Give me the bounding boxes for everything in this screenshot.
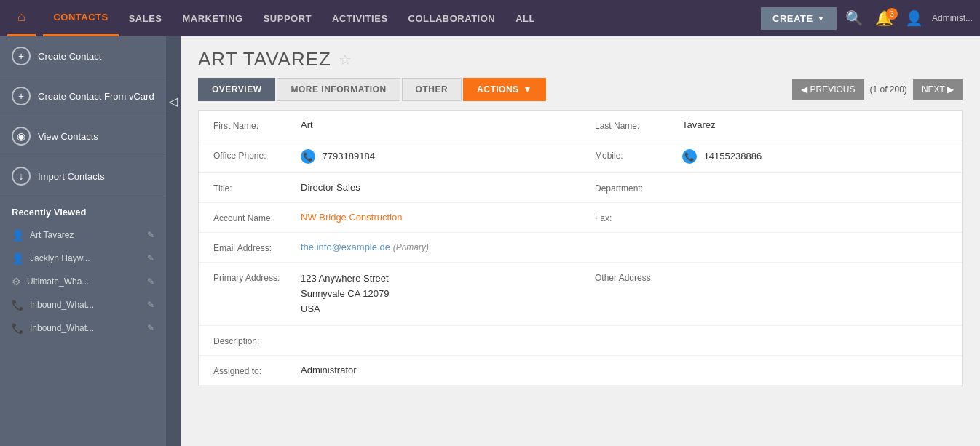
contact-name: ART TAVAREZ (198, 48, 331, 71)
mobile-field: Mobile: 📞 14155238886 (580, 140, 962, 173)
office-phone-label: Office Phone: (213, 149, 301, 161)
sidebar-item-create-contact[interactable]: + Create Contact (0, 36, 166, 76)
tab-other[interactable]: OTHER (402, 78, 462, 101)
create-button[interactable]: CREATE ▼ (761, 7, 837, 30)
tab-overview[interactable]: OVERVIEW (198, 78, 275, 101)
recent-edit-icon-1[interactable]: ✎ (147, 253, 154, 263)
other-address-label: Other Address: (595, 271, 682, 283)
nav-item-activities[interactable]: ACTIVITIES (322, 0, 398, 36)
tabs-right: ◀ PREVIOUS (1 of 200) NEXT ▶ (792, 79, 963, 100)
other-address-field: Other Address: (580, 263, 962, 326)
user-avatar-icon[interactable]: 👤 (902, 7, 926, 30)
top-navigation: ⌂ CONTACTS SALES MARKETING SUPPORT ACTIV… (0, 0, 980, 36)
account-name-label: Account Name: (213, 212, 301, 223)
main-content: ART TAVAREZ ☆ OVERVIEW MORE INFORMATION … (181, 36, 980, 446)
previous-button[interactable]: ◀ PREVIOUS (792, 79, 864, 100)
next-button[interactable]: NEXT ▶ (913, 79, 963, 100)
office-phone-icon: 📞 (301, 149, 315, 164)
assigned-to-label: Assigned to: (213, 365, 301, 376)
sidebar-item-import-contacts[interactable]: ↓ Import Contacts (0, 156, 166, 196)
actions-tab-label: ACTIONS (477, 84, 519, 95)
primary-address-field: Primary Address: 123 Anywhere Street Sun… (199, 263, 580, 326)
title-field: Title: Director Sales (199, 173, 580, 203)
sidebar-item-create-from-vcard[interactable]: + Create Contact From vCard (0, 76, 166, 116)
nav-right: CREATE ▼ 🔍 🔔 3 👤 Administ... (761, 7, 973, 30)
primary-address-label: Primary Address: (213, 271, 301, 283)
recent-edit-icon-3[interactable]: ✎ (147, 300, 154, 310)
recent-edit-icon-0[interactable]: ✎ (147, 230, 154, 240)
nav-item-all[interactable]: ALL (505, 0, 545, 36)
last-name-value: Tavarez (682, 119, 947, 130)
recent-item-name-2: Ultimate_Wha... (27, 276, 147, 287)
create-vcard-icon: + (12, 87, 31, 105)
home-icon[interactable]: ⌂ (7, 0, 36, 36)
create-contact-icon: + (12, 47, 31, 65)
search-icon[interactable]: 🔍 (842, 7, 866, 30)
office-phone-value: 📞 7793189184 (301, 149, 566, 164)
department-label: Department: (595, 182, 682, 194)
pagination-info: (1 of 200) (870, 84, 907, 95)
mobile-label: Mobile: (595, 149, 682, 161)
nav-items: CONTACTS SALES MARKETING SUPPORT ACTIVIT… (43, 0, 761, 36)
import-contacts-label: Import Contacts (38, 171, 105, 182)
tab-actions[interactable]: ACTIONS ▼ (463, 78, 546, 101)
tabs-bar: OVERVIEW MORE INFORMATION OTHER ACTIONS … (181, 71, 980, 101)
recent-edit-icon-4[interactable]: ✎ (147, 323, 154, 333)
favorite-star-icon[interactable]: ☆ (339, 51, 352, 68)
sidebar-toggle-button[interactable]: ◁ (166, 36, 181, 446)
department-field: Department: (580, 173, 962, 203)
admin-label: Administ... (932, 13, 973, 23)
import-contacts-icon: ↓ (12, 167, 31, 186)
tab-more-information[interactable]: MORE INFORMATION (277, 78, 400, 101)
recent-item-4[interactable]: 📞 Inbound_What... ✎ (0, 316, 166, 340)
description-label: Description: (213, 335, 301, 346)
nav-item-contacts[interactable]: CONTACTS (43, 0, 118, 36)
email-address[interactable]: the.info@example.de (301, 242, 390, 252)
title-label: Title: (213, 182, 301, 194)
tabs-left: OVERVIEW MORE INFORMATION OTHER ACTIONS … (198, 78, 546, 101)
last-name-field: Last Name: Tavarez (580, 111, 962, 140)
nav-item-sales[interactable]: SALES (119, 0, 173, 36)
recent-phone-icon-3: 📞 (12, 299, 24, 311)
sidebar: + Create Contact + Create Contact From v… (0, 36, 166, 446)
mobile-phone-icon: 📞 (682, 149, 697, 164)
recent-item-3[interactable]: 📞 Inbound_What... ✎ (0, 293, 166, 316)
email-label: Email Address: (213, 242, 301, 253)
recent-item-0[interactable]: 👤 Art Tavarez ✎ (0, 223, 166, 247)
fax-field: Fax: (580, 203, 962, 233)
recent-item-1[interactable]: 👤 Jacklyn Hayw... ✎ (0, 247, 166, 270)
last-name-label: Last Name: (595, 119, 682, 131)
contact-header: ART TAVAREZ ☆ (181, 36, 980, 71)
recent-item-name-3: Inbound_What... (30, 300, 147, 310)
email-primary-tag: (Primary) (393, 242, 429, 252)
title-value: Director Sales (301, 182, 566, 193)
main-layout: + Create Contact + Create Contact From v… (0, 36, 980, 446)
sidebar-item-view-contacts[interactable]: ◉ View Contacts (0, 116, 166, 156)
nav-item-support[interactable]: SUPPORT (253, 0, 322, 36)
recent-gear-icon-2: ⚙ (12, 276, 21, 287)
first-name-value: Art (301, 119, 566, 130)
account-name-field: Account Name: NW Bridge Construction (199, 203, 580, 233)
recent-item-2[interactable]: ⚙ Ultimate_Wha... ✎ (0, 270, 166, 293)
actions-dropdown-arrow: ▼ (523, 84, 532, 95)
recent-item-name-4: Inbound_What... (30, 323, 147, 333)
detail-grid: First Name: Art Last Name: Tavarez Offic… (199, 111, 962, 386)
mobile-value: 📞 14155238886 (682, 149, 947, 164)
notification-badge: 3 (886, 8, 898, 20)
first-name-label: First Name: (213, 119, 301, 131)
nav-item-collaboration[interactable]: COLLABORATION (398, 0, 506, 36)
office-phone-field: Office Phone: 📞 7793189184 (199, 140, 580, 173)
account-name-value[interactable]: NW Bridge Construction (301, 212, 566, 223)
recent-person-icon-1: 👤 (12, 252, 24, 264)
recently-viewed-header: Recently Viewed (0, 196, 166, 223)
create-dropdown-arrow: ▼ (818, 15, 825, 23)
recent-phone-icon-4: 📞 (12, 322, 24, 334)
primary-address-value: 123 Anywhere Street Sunnyvale CA 12079 U… (301, 271, 566, 316)
fax-label: Fax: (595, 212, 682, 223)
recent-edit-icon-2[interactable]: ✎ (147, 276, 154, 287)
first-name-field: First Name: Art (199, 111, 580, 140)
notifications-wrapper: 🔔 3 (872, 9, 896, 27)
nav-item-marketing[interactable]: MARKETING (172, 0, 253, 36)
recent-person-icon-0: 👤 (12, 229, 24, 241)
create-contact-label: Create Contact (38, 51, 101, 62)
